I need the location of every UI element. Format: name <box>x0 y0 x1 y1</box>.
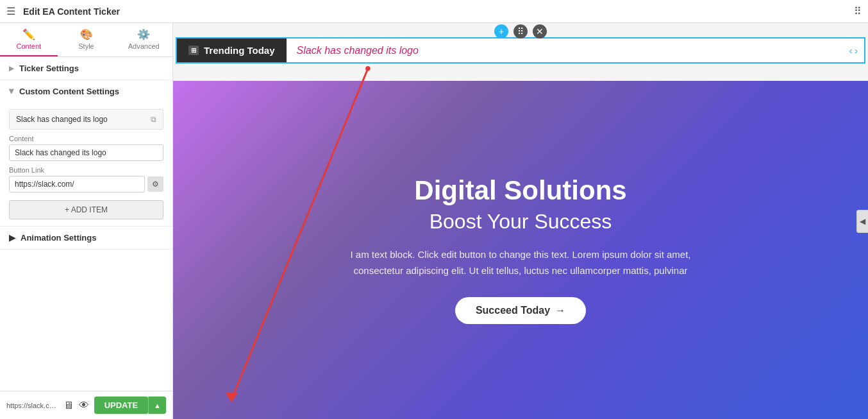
copy-icon[interactable]: ⧉ <box>151 115 156 124</box>
page-title: Edit EA Content Ticker <box>23 6 846 17</box>
nav-left-icon[interactable]: ‹ <box>849 46 853 56</box>
ticker-move-button[interactable]: ⠿ <box>513 24 528 38</box>
tab-content-label: Content <box>17 42 42 50</box>
ticker-edit-buttons[interactable]: ‹ › <box>843 38 864 62</box>
tab-style-label: Style <box>78 42 94 50</box>
collapse-sidebar-button[interactable]: ◀ <box>856 210 868 233</box>
animation-settings-arrow: ▶ <box>9 233 15 243</box>
tab-advanced-label: Advanced <box>128 42 160 50</box>
eye-icon[interactable]: 👁 <box>79 400 89 411</box>
hamburger-icon[interactable]: ☰ <box>6 5 15 17</box>
content-tab-icon: ✏️ <box>22 28 35 40</box>
ticker-content: Slack has changed its logo <box>287 38 864 62</box>
svg-point-2 <box>365 66 371 71</box>
update-dropdown-button[interactable]: ▲ <box>148 397 166 414</box>
nav-right-icon[interactable]: › <box>855 46 858 56</box>
sidebar-tabs: ✏️ Content 🎨 Style ⚙️ Advanced <box>0 23 172 57</box>
ticker-close-button[interactable]: ✕ <box>533 24 547 38</box>
sidebar-scroll: ▶ Ticker Settings ▶ Custom Content Setti… <box>0 57 172 391</box>
ticker-settings-section: ▶ Ticker Settings <box>0 57 172 80</box>
custom-content-arrow: ▶ <box>8 89 15 94</box>
hero-body-text: I am text block. Click edit button to ch… <box>328 246 713 279</box>
ticker-toolbar: + ⠿ ✕ <box>494 23 547 41</box>
ticker-label-icon: ⊞ <box>188 46 199 55</box>
hero-cta-label: Succeed Today <box>476 305 550 316</box>
style-tab-icon: 🎨 <box>80 28 93 40</box>
main-layout: ✏️ Content 🎨 Style ⚙️ Advanced ▶ Ti <box>0 23 868 419</box>
add-item-button[interactable]: + ADD ITEM <box>9 200 163 219</box>
hero-section: Digital Solutions Boost Your Success I a… <box>173 81 868 419</box>
sidebar-bottom: https://slack.com 🖥 👁 UPDATE ▲ <box>0 391 172 419</box>
update-group: UPDATE ▲ <box>94 397 166 414</box>
monitor-icon[interactable]: 🖥 <box>63 400 74 411</box>
ticker-label: ⊞ Trending Today <box>177 38 287 62</box>
custom-content-section: ▶ Custom Content Settings Slack has chan… <box>0 80 172 227</box>
button-link-input[interactable] <box>9 176 145 192</box>
ticker-container: ⊞ Trending Today Slack has changed its l… <box>176 37 865 64</box>
animation-settings-section: ▶ Animation Settings <box>0 227 172 250</box>
update-button[interactable]: UPDATE <box>94 397 148 414</box>
content-field-label: Content <box>9 135 163 142</box>
top-bar: ☰ Edit EA Content Ticker ⠿ <box>0 0 868 23</box>
tab-style[interactable]: 🎨 Style <box>58 23 115 56</box>
ticker-settings-header[interactable]: ▶ Ticker Settings <box>0 57 172 80</box>
content-item-card[interactable]: Slack has changed its logo ⧉ <box>9 109 163 130</box>
sidebar: ✏️ Content 🎨 Style ⚙️ Advanced ▶ Ti <box>0 23 173 419</box>
ticker-settings-arrow: ▶ <box>9 65 14 72</box>
custom-content-label: Custom Content Settings <box>19 87 119 96</box>
ticker-content-text: Slack has changed its logo <box>297 45 419 56</box>
custom-content-body: Slack has changed its logo ⧉ Content But… <box>0 103 172 226</box>
add-item-label: + ADD ITEM <box>65 205 108 214</box>
hero-cta-button[interactable]: Succeed Today → <box>455 297 586 324</box>
ticker-settings-label: Ticker Settings <box>19 64 79 73</box>
button-link-field-group: ⚙ <box>9 176 163 192</box>
grid-icon[interactable]: ⠿ <box>854 5 862 17</box>
tab-content[interactable]: ✏️ Content <box>0 23 58 56</box>
animation-settings-header[interactable]: ▶ Animation Settings <box>0 227 172 249</box>
content-input[interactable] <box>9 144 163 161</box>
tab-advanced[interactable]: ⚙️ Advanced <box>115 23 172 56</box>
canvas-area: ◀ + ⠿ ✕ ⊞ Trending Today Slack has chang… <box>173 23 868 419</box>
app-container: ☰ Edit EA Content Ticker ⠿ ✏️ Content 🎨 … <box>0 0 868 419</box>
ticker-label-text: Trending Today <box>204 45 275 56</box>
advanced-tab-icon: ⚙️ <box>137 28 150 40</box>
animation-settings-label: Animation Settings <box>21 233 96 243</box>
content-item-text: Slack has changed its logo <box>16 115 108 124</box>
bottom-url: https://slack.com <box>6 402 58 409</box>
link-settings-button[interactable]: ⚙ <box>147 176 163 192</box>
custom-content-header[interactable]: ▶ Custom Content Settings <box>0 80 172 103</box>
button-link-label: Button Link <box>9 166 163 174</box>
ticker-add-button[interactable]: + <box>494 24 508 38</box>
hero-subtitle: Boost Your Success <box>430 210 612 234</box>
hero-cta-arrow: → <box>555 305 565 316</box>
hero-title: Digital Solutions <box>414 176 626 205</box>
